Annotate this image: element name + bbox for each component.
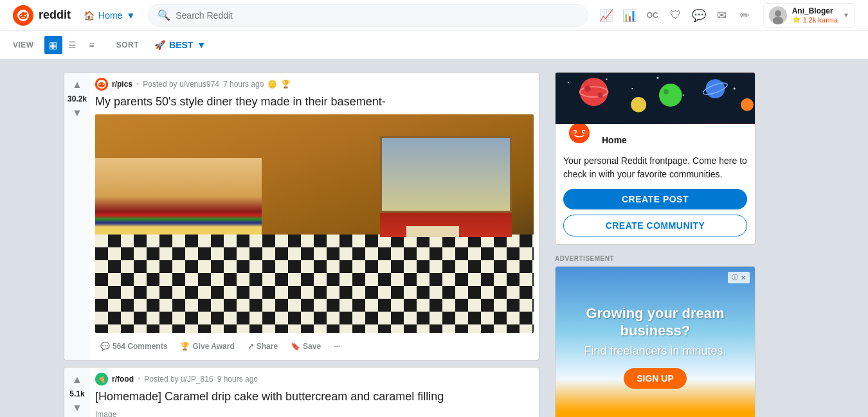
subreddit-name-2[interactable]: r/food <box>112 375 134 384</box>
widget-header: Home <box>563 132 747 148</box>
user-menu[interactable]: Ani_Bloger ⭐ 1.2k karma ▼ <box>763 3 855 28</box>
svg-point-3 <box>24 14 26 15</box>
home-button[interactable]: 🏠 Home ▼ <box>78 8 140 23</box>
svg-point-18 <box>568 82 569 83</box>
post-actions: 💬 564 Comments 🏆 Give Award ↗ Share 🔖 Sa… <box>95 338 534 355</box>
diner-window <box>380 136 512 213</box>
shield-icon-button[interactable]: 🛡 <box>665 5 686 26</box>
svg-point-32 <box>705 79 725 98</box>
upvote-button[interactable]: ▲ <box>69 78 85 92</box>
svg-point-30 <box>659 84 682 107</box>
more-button[interactable]: ··· <box>329 338 345 355</box>
post-title: My parents 50's style diner they made in… <box>95 94 534 109</box>
username: Ani_Bloger <box>792 6 838 15</box>
logo[interactable]: reddit <box>13 5 71 26</box>
post-time: 7 hours ago <box>223 80 264 89</box>
ad-subtitle: Find freelancers in minutes. <box>584 344 726 358</box>
svg-point-29 <box>598 93 603 98</box>
karma-display: ⭐ 1.2k karma <box>792 15 838 24</box>
posted-by: Posted by u/venus974 <box>143 80 219 89</box>
post-meta-2: 🍕 r/food • Posted by u/JP_816 9 hours ag… <box>95 373 534 386</box>
user-dropdown-icon: ▼ <box>843 12 849 19</box>
ad-title: Growing your dream business? <box>568 305 742 339</box>
view-compact-button[interactable]: ☰ <box>64 36 82 54</box>
home-icon: 🏠 <box>84 10 95 21</box>
downvote-button-2[interactable]: ▼ <box>69 401 85 415</box>
post-card[interactable]: ▲ 30.2k ▼ r/pics • <box>64 72 539 360</box>
advertisement-section: ADVERTISEMENT ⓘ ✕ Growing your dream bus… <box>555 255 755 417</box>
search-icon: 🔍 <box>158 9 170 21</box>
view-card-button[interactable]: ▦ <box>44 36 62 54</box>
save-label: Save <box>303 342 321 351</box>
vote-column-2: ▲ 5.1k ▼ <box>64 368 90 417</box>
svg-point-31 <box>664 89 669 94</box>
sidebar: Home Your personal Reddit frontpage. Com… <box>555 72 755 417</box>
subreddit-icon <box>95 78 108 91</box>
reddit-logo-icon <box>13 5 33 26</box>
post-meta: r/pics • Posted by u/venus974 7 hours ag… <box>95 78 534 91</box>
silver-award-icon: 🪙 <box>267 80 277 89</box>
comment-icon: 💬 <box>100 342 110 351</box>
svg-point-13 <box>100 84 101 85</box>
sort-label: SORT <box>116 40 139 49</box>
chart-icon-button[interactable]: 📊 <box>619 5 640 26</box>
svg-point-12 <box>98 82 105 87</box>
save-button[interactable]: 🔖 Save <box>285 338 326 355</box>
posted-by-2: Posted by u/JP_816 <box>144 375 213 384</box>
svg-point-21 <box>631 88 633 89</box>
trending-icon-button[interactable]: 📈 <box>596 5 617 26</box>
widget-body: Home Your personal Reddit frontpage. Com… <box>556 124 755 244</box>
view-list-button[interactable]: ≡ <box>83 36 101 54</box>
nav-icons: 📈 📊 OC 🛡 💬 ✉ ✏ <box>596 5 755 26</box>
create-community-button[interactable]: CREATE COMMUNITY <box>563 215 747 236</box>
user-info: Ani_Bloger ⭐ 1.2k karma <box>792 6 838 24</box>
comments-count: 564 Comments <box>113 342 167 351</box>
svg-point-8 <box>775 10 781 17</box>
oc-icon-button[interactable]: OC <box>642 5 663 26</box>
svg-point-42 <box>584 130 588 136</box>
floor-pattern <box>95 235 534 333</box>
svg-point-22 <box>656 77 658 79</box>
search-bar[interactable]: 🔍 <box>148 4 588 27</box>
svg-point-6 <box>23 12 24 13</box>
logo-text: reddit <box>39 8 71 22</box>
ad-banner: ⓘ ✕ Growing your dream business? Find fr… <box>556 267 755 417</box>
svg-point-26 <box>580 78 608 106</box>
ad-widget: ⓘ ✕ Growing your dream business? Find fr… <box>555 266 755 417</box>
ad-cta-button[interactable]: SIGN UP <box>624 368 687 389</box>
mail-icon-button[interactable]: ✉ <box>712 5 732 26</box>
dropdown-arrow-icon: ▼ <box>126 10 135 21</box>
widget-banner <box>556 73 755 124</box>
search-input[interactable] <box>176 10 578 21</box>
sort-dropdown-icon: ▼ <box>197 40 206 50</box>
vote-count: 30.2k <box>68 94 87 103</box>
svg-point-9 <box>773 17 783 24</box>
share-icon: ↗ <box>248 342 254 351</box>
chat-icon-button[interactable]: 💬 <box>689 5 709 26</box>
image-tag: Image <box>95 410 534 417</box>
comments-button[interactable]: 💬 564 Comments <box>95 338 172 355</box>
header: reddit 🏠 Home ▼ 🔍 📈 📊 OC 🛡 💬 ✉ ✏ Ani_Blo… <box>0 0 868 31</box>
svg-point-2 <box>21 14 22 15</box>
diner-table <box>406 226 459 237</box>
share-button[interactable]: ↗ Share <box>242 338 283 355</box>
post-card-2[interactable]: ▲ 5.1k ▼ 🍕 r/food • Posted by u/JP_816 9… <box>64 367 539 417</box>
svg-point-25 <box>734 88 736 90</box>
subreddit-name[interactable]: r/pics <box>112 80 132 89</box>
upvote-button-2[interactable]: ▲ <box>69 373 85 387</box>
pencil-icon-button[interactable]: ✏ <box>735 5 755 26</box>
create-post-button[interactable]: CREATE POST <box>563 189 747 209</box>
post-title-2: [Homemade] Caramel drip cake with butter… <box>95 389 534 404</box>
sort-best-button[interactable]: 🚀 BEST ▼ <box>149 37 211 53</box>
save-icon: 🔖 <box>291 342 300 351</box>
ad-close-icon[interactable]: ✕ <box>741 274 746 281</box>
ad-badge[interactable]: ⓘ ✕ <box>728 272 750 283</box>
svg-point-20 <box>606 78 607 80</box>
feed: ▲ 30.2k ▼ r/pics • <box>64 72 539 417</box>
widget-title: Home <box>602 135 627 145</box>
downvote-button[interactable]: ▼ <box>69 106 85 120</box>
post-body-2: 🍕 r/food • Posted by u/JP_816 9 hours ag… <box>90 368 539 417</box>
home-widget: Home Your personal Reddit frontpage. Com… <box>555 72 755 245</box>
give-award-button[interactable]: 🏆 Give Award <box>175 338 239 355</box>
svg-point-28 <box>584 85 591 92</box>
